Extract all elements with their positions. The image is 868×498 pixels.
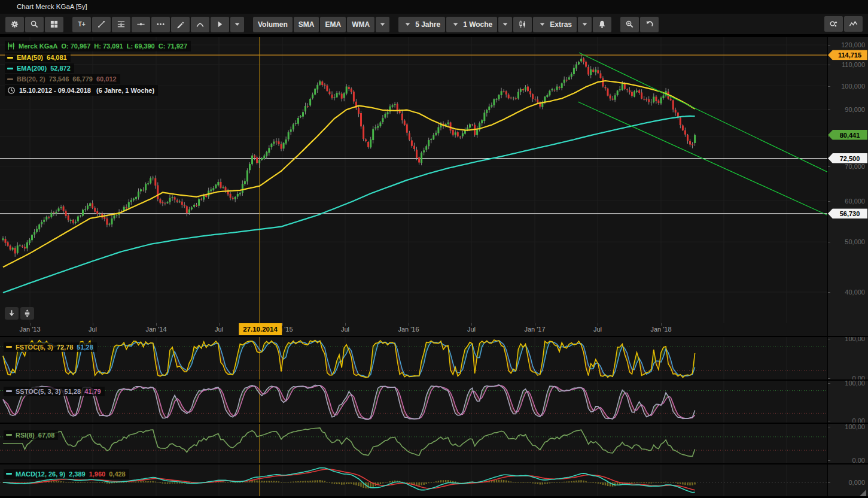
y-tick [828,339,830,339]
mini-candles-icon [7,42,15,50]
x-axis[interactable]: Jan '13JulJan '14JulJan '15JulJan '16Jul… [0,323,827,336]
fibonacci-tool-button[interactable] [112,17,130,32]
freehand-tool-button[interactable] [171,17,190,32]
horizontal-line-tool-button[interactable] [132,17,150,32]
sma-button[interactable]: SMA [294,17,319,32]
rsi-pane[interactable] [0,424,827,463]
extras-menu-button-label: Extras [550,20,572,29]
sstoc-pane[interactable] [0,381,827,423]
y-tick [828,427,830,427]
caret-icon [501,20,510,29]
ohlc-value: L: 69,390 [127,42,155,50]
x-axis-label: Jul [341,326,349,333]
y-tick [828,383,830,384]
y-tick [828,242,830,242]
auto-fit-button[interactable] [20,307,34,320]
indicator-buttons: VolumenSMAEMAWMA [252,17,390,32]
sstoc-legend: SSTOC(5, 3, 3)51,2841,79 [4,384,105,396]
extras-menu-button[interactable]: Extras [533,17,577,32]
x-axis-label: Jan '18 [650,326,671,333]
y-axis[interactable]: 120,000110,000100,00090,00080,00070,0006… [827,37,868,496]
ohlc-value: O: 70,967 [61,42,90,50]
y-axis-label: 100,00 [845,423,865,430]
price-badge: 72,500 [828,153,867,163]
interval-more-button[interactable] [498,17,512,32]
y-tick [828,166,830,167]
caret-icon [233,20,242,29]
y-axis-label: 90,000 [845,106,865,113]
toolbar: T+VolumenSMAEMAWMA5 Jahre1 WocheExtras [0,14,868,35]
scroll-down-button[interactable] [5,307,19,320]
range-select[interactable]: 5 Jahre [398,17,445,32]
fstoc-value: 72,78 [57,344,74,351]
draw-tools-more-button[interactable] [230,17,244,32]
pane-buttons [5,307,34,320]
caret-icon [580,20,589,29]
fstoc-legend: FSTOC(5, 3)72,7851,28 [4,339,97,352]
arc-icon [196,20,205,29]
indicators-more-button[interactable] [376,17,389,32]
arc-tool-button[interactable] [191,17,209,32]
extras-more-button[interactable] [578,17,592,32]
macd-value: 2,389 [69,470,86,478]
rsi-swatch [6,434,12,436]
x-axis-label: Jan '17 [524,326,545,333]
toolbar-right [824,16,863,32]
arrow-down-icon [7,309,16,318]
undo-button[interactable] [640,17,659,32]
caret-icon [403,20,412,29]
resize-handle[interactable] [860,490,866,496]
overlay-swatch [7,68,13,69]
y-axis-label: 0,000 [848,479,865,486]
ohlc-value: H: 73,091 [94,42,123,50]
overlay-legend-2: BB(20, 2)73,54666,77960,012 [5,74,120,84]
settings-button[interactable] [5,17,24,32]
trendline-tool-button[interactable] [92,17,111,32]
sstoc-value: 51,28 [65,388,81,395]
chart-type-button[interactable] [513,17,532,32]
window-title: Chart Merck KGaA [5y] [17,3,87,10]
interval-select[interactable]: 1 Woche [446,17,497,32]
y-axis-label: 110,000 [842,61,865,68]
search-button[interactable] [25,17,44,32]
overlay-legend-1: EMA(200)52,872 [5,63,74,73]
overlay-swatch [7,78,13,80]
zoom-in-button[interactable] [620,17,639,32]
dotted-line-tool-button[interactable] [151,17,170,32]
x-axis-label: Jul [89,326,97,333]
range-legend: 15.10.2012 - 09.04.2018 (6 Jahre, 1 Woch… [5,85,158,96]
price-badge: 56,730 [828,208,867,218]
instrument-name: Merck KGaA [19,42,57,50]
wma-button[interactable]: WMA [347,17,374,32]
view-tools [5,17,64,32]
x-axis-label: Jul [467,326,476,333]
overlay-swatch [7,57,13,59]
layout-grid-button[interactable] [45,17,63,32]
volumen-button[interactable]: Volumen [253,17,293,32]
sparkline-button[interactable] [844,16,863,32]
ema-button[interactable]: EMA [320,17,346,32]
caret-icon [378,20,387,29]
y-axis-label: 50,000 [845,238,865,245]
text-tool-button[interactable]: T+ [72,17,91,32]
text-plus-icon: T+ [77,20,86,29]
fstoc-swatch [6,346,12,348]
bell-icon [598,20,607,29]
sparkline-icon [849,20,858,29]
alerts-button[interactable] [593,17,611,32]
pane-separator [0,463,868,464]
hline-icon [136,20,145,29]
fstoc-pane[interactable] [0,337,827,379]
bubbles-button[interactable] [824,16,843,32]
pointer-tool-button[interactable] [211,17,229,32]
pane-separator [0,379,868,381]
x-axis-label: Jan '14 [145,326,166,333]
sstoc-value: 41,79 [84,388,101,395]
range-text: 15.10.2012 - 09.04.2018 (6 Jahre, 1 Woch… [19,87,154,94]
price-badge: 80,441 [828,130,867,140]
y-axis-label: 100,000 [841,83,865,90]
y-axis-label: 40,000 [845,289,865,296]
rsi-label: RSI(8) [16,432,35,439]
fibonacci-icon [117,20,126,29]
y-axis-label: 60,000 [845,198,865,205]
